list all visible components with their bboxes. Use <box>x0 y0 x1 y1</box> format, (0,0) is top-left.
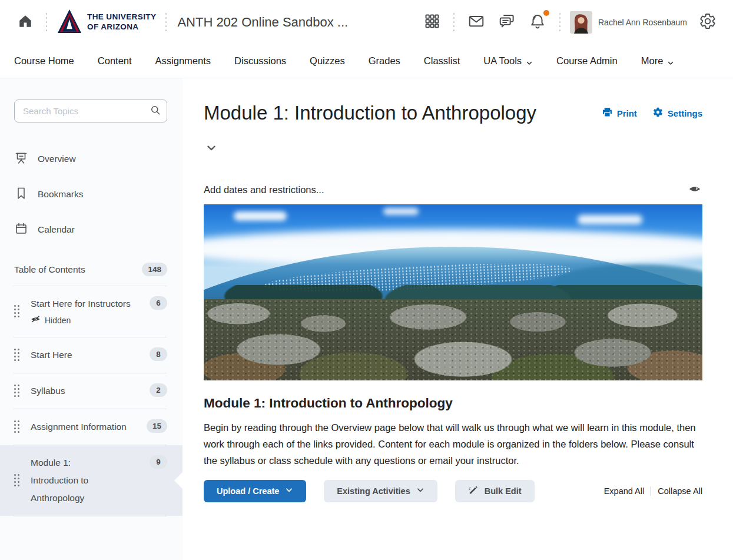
upload-create-button[interactable]: Upload / Create <box>204 480 306 502</box>
nav-classlist[interactable]: Classlist <box>412 44 472 78</box>
visibility-toggle[interactable] <box>687 183 702 197</box>
toc-item-start-here[interactable]: Start Here 8 <box>0 337 183 373</box>
toc-item-count: 6 <box>150 296 167 310</box>
nav-more[interactable]: More <box>629 44 686 78</box>
university-logo[interactable]: THE UNIVERSITY OF ARIZONA <box>57 9 156 36</box>
bulk-edit-button[interactable]: Bulk Edit <box>455 480 535 502</box>
print-button[interactable]: Print <box>602 107 637 120</box>
top-bar-left: THE UNIVERSITY OF ARIZONA ANTH 202 Onlin… <box>14 9 348 36</box>
course-title[interactable]: ANTH 202 Online Sandbox ... <box>177 15 348 30</box>
toc-item-count: 8 <box>150 347 167 361</box>
gear-icon <box>652 107 664 120</box>
search-button[interactable] <box>146 102 165 120</box>
nav-course-home[interactable]: Course Home <box>2 44 86 78</box>
module-heading: Module 1: Introduction to Anthropology <box>204 396 702 411</box>
toc-item-syllabus[interactable]: Syllabus 2 <box>0 373 183 409</box>
top-bar-right: Rachel Ann Rosenbaum <box>420 9 720 35</box>
notifications-button[interactable] <box>525 9 550 35</box>
main-content: Module 1: Introduction to Anthropology P… <box>183 78 733 560</box>
top-bar: THE UNIVERSITY OF ARIZONA ANTH 202 Onlin… <box>0 0 733 44</box>
hidden-status: Hidden <box>31 313 150 328</box>
toc-item-assignment-information[interactable]: Assignment Information 15 <box>0 409 183 445</box>
page-title: Module 1: Introduction to Anthropology <box>204 100 536 127</box>
collapse-all-link[interactable]: Collapse All <box>658 486 702 496</box>
divider <box>559 12 560 33</box>
chat-icon <box>498 12 516 32</box>
settings-label: Settings <box>668 108 702 118</box>
chevron-down-icon <box>205 147 218 156</box>
messages-button[interactable] <box>464 9 489 35</box>
toc-item-module-1[interactable]: Module 1: Introduction to Anthropology 9 <box>0 445 183 516</box>
user-name[interactable]: Rachel Ann Rosenbaum <box>598 18 687 27</box>
admin-gear-button[interactable] <box>695 9 720 35</box>
cloud-shape <box>234 211 287 221</box>
divider <box>46 12 47 33</box>
toc-count-badge: 148 <box>142 263 167 276</box>
nav-content[interactable]: Content <box>86 44 144 78</box>
chevron-down-icon <box>526 58 533 65</box>
notification-dot <box>543 10 549 16</box>
easel-icon <box>14 151 28 167</box>
nav-ua-tools[interactable]: UA Tools <box>472 44 545 78</box>
module-actions-chevron[interactable] <box>204 140 219 157</box>
toc-item-count: 9 <box>150 455 167 469</box>
search-box <box>14 100 167 122</box>
bookmark-icon <box>14 186 28 203</box>
toc-item-label[interactable]: Start Here <box>31 346 150 364</box>
module-banner-image <box>204 204 702 380</box>
toc-header-label: Table of Contents <box>14 264 85 275</box>
drag-handle-icon[interactable] <box>14 474 31 487</box>
expand-all-link[interactable]: Expand All <box>604 486 645 496</box>
toc-item-label[interactable]: Start Here for Instructors <box>31 295 150 313</box>
toc-item-count: 2 <box>150 383 167 397</box>
module-description: Begin by reading through the Overview pa… <box>204 419 702 469</box>
home-button[interactable] <box>14 10 37 34</box>
bell-icon <box>529 12 546 32</box>
toc-item-label[interactable]: Syllabus <box>31 382 150 400</box>
divider <box>453 12 455 33</box>
sidebar-nav: Overview Bookmarks Calendar <box>0 141 183 247</box>
avatar[interactable] <box>570 11 592 34</box>
chevron-down-icon <box>416 486 424 496</box>
university-logo-text: THE UNIVERSITY OF ARIZONA <box>87 12 156 32</box>
logo-line-2: OF ARIZONA <box>87 22 156 32</box>
drag-handle-icon[interactable] <box>14 305 31 318</box>
content-toolbar: Upload / Create Existing Activities <box>204 480 702 502</box>
toc-item-start-here-instructors[interactable]: Start Here for Instructors Hidden 6 <box>0 286 183 337</box>
sidebar-item-label: Overview <box>38 154 76 164</box>
nav-quizzes[interactable]: Quizzes <box>298 44 357 78</box>
drag-handle-icon[interactable] <box>14 420 31 433</box>
toc-header[interactable]: Table of Contents 148 <box>0 247 183 286</box>
search-icon <box>150 104 161 118</box>
app-launcher-button[interactable] <box>420 9 444 35</box>
nav-assignments[interactable]: Assignments <box>144 44 223 78</box>
mail-icon <box>467 12 485 32</box>
home-icon <box>18 14 33 31</box>
nav-discussions[interactable]: Discussions <box>223 44 298 78</box>
sidebar-item-calendar[interactable]: Calendar <box>0 212 183 247</box>
sidebar-item-label: Bookmarks <box>38 189 84 200</box>
sidebar-item-bookmarks[interactable]: Bookmarks <box>0 177 183 212</box>
logo-line-1: THE UNIVERSITY <box>87 12 156 22</box>
existing-activities-button[interactable]: Existing Activities <box>324 480 437 502</box>
add-dates-restrictions[interactable]: Add dates and restrictions... <box>204 184 324 195</box>
toc-item-label[interactable]: Assignment Information <box>31 418 141 436</box>
toc-item-count: 15 <box>147 419 167 433</box>
calendar-icon <box>14 221 28 238</box>
sidebar-item-overview[interactable]: Overview <box>0 141 183 177</box>
divider <box>14 516 167 516</box>
sidebar-item-label: Calendar <box>38 224 75 235</box>
ua-block-a-icon <box>57 9 82 36</box>
settings-button[interactable]: Settings <box>652 107 702 120</box>
printer-icon <box>602 107 613 120</box>
toc-item-label[interactable]: Module 1: Introduction to Anthropology <box>31 454 119 507</box>
cloud-shape <box>578 215 642 224</box>
drag-handle-icon[interactable] <box>14 385 31 397</box>
chat-button[interactable] <box>495 9 519 35</box>
nav-grades[interactable]: Grades <box>357 44 412 78</box>
expand-collapse-group: Expand All Collapse All <box>604 486 702 496</box>
cloud-shape <box>383 208 419 215</box>
search-input[interactable] <box>14 100 167 122</box>
nav-course-admin[interactable]: Course Admin <box>545 44 629 78</box>
drag-handle-icon[interactable] <box>14 349 31 362</box>
